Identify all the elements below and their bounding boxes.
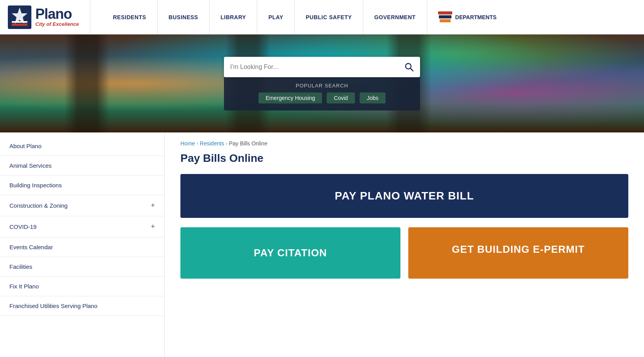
nav-play[interactable]: PLAY — [257, 0, 295, 34]
breadcrumb-current: Pay Bills Online — [229, 140, 267, 147]
site-header: Plano City of Excellence RESIDENTS BUSIN… — [0, 0, 644, 34]
sidebar-item-facilities[interactable]: Facilities — [0, 257, 164, 277]
construction-zoning-expand-icon: + — [151, 201, 155, 210]
sidebar-item-building-inspections[interactable]: Building Inspections — [0, 176, 164, 195]
breadcrumb-sep-2: › — [226, 141, 227, 146]
bottom-cards: PAY CITATION GET BUILDING E-PERMIT — [180, 227, 628, 279]
search-button[interactable] — [404, 62, 414, 72]
nav-residents[interactable]: RESIDENTS — [102, 0, 158, 34]
tag-covid[interactable]: Covid — [327, 92, 355, 103]
sidebar-item-about-plano[interactable]: About Plano — [0, 136, 164, 156]
sidebar-item-events-calendar[interactable]: Events Calendar — [0, 237, 164, 257]
nav-government[interactable]: GOVERNMENT — [363, 0, 427, 34]
svg-rect-2 — [12, 24, 27, 26]
permit-card[interactable]: GET BUILDING E-PERMIT — [408, 227, 628, 279]
search-container: POPULAR SEARCH Emergency Housing Covid J… — [224, 57, 420, 111]
city-name: Plano — [35, 7, 79, 21]
popular-search-label: POPULAR SEARCH — [232, 83, 412, 89]
nav-library[interactable]: LIBRARY — [209, 0, 257, 34]
search-box — [224, 57, 420, 77]
logo[interactable]: Plano City of Excellence — [8, 0, 90, 34]
main-nav: RESIDENTS BUSINESS LIBRARY PLAY PUBLIC S… — [102, 0, 636, 34]
nav-public-safety[interactable]: PUBLIC SAFETY — [295, 0, 363, 34]
nav-departments[interactable]: DEPARTMENTS — [427, 11, 497, 23]
svg-rect-4 — [438, 11, 452, 14]
city-tagline: City of Excellence — [35, 21, 79, 27]
main-content: About Plano Animal Services Building Ins… — [0, 132, 644, 357]
citation-card[interactable]: PAY CITATION — [180, 227, 400, 279]
water-bill-card[interactable]: PAY PLANO WATER BILL — [180, 174, 628, 218]
breadcrumb-sep-1: › — [196, 141, 198, 146]
search-icon — [404, 62, 414, 72]
svg-line-8 — [411, 68, 413, 71]
covid19-expand-icon: + — [151, 223, 155, 231]
tag-jobs[interactable]: Jobs — [360, 92, 386, 103]
tag-emergency-housing[interactable]: Emergency Housing — [258, 92, 322, 103]
breadcrumb-home[interactable]: Home — [180, 140, 195, 147]
search-input[interactable] — [230, 63, 404, 71]
page-title: Pay Bills Online — [180, 152, 628, 165]
breadcrumb: Home › Residents › Pay Bills Online — [180, 140, 628, 147]
svg-rect-5 — [439, 15, 451, 18]
hero-section: POPULAR SEARCH Emergency Housing Covid J… — [0, 34, 644, 132]
sidebar-item-covid19[interactable]: COVID-19 + — [0, 216, 164, 237]
sidebar-item-fix-it-plano[interactable]: Fix It Plano — [0, 277, 164, 296]
sidebar-item-franchised-utilities[interactable]: Franchised Utilities Serving Plano — [0, 296, 164, 316]
page-content-area: Home › Residents › Pay Bills Online Pay … — [165, 132, 644, 357]
departments-icon — [438, 11, 452, 23]
popular-tags: Emergency Housing Covid Jobs — [232, 92, 412, 103]
breadcrumb-residents[interactable]: Residents — [200, 140, 224, 147]
popular-search-panel: POPULAR SEARCH Emergency Housing Covid J… — [224, 77, 420, 111]
svg-rect-3 — [12, 21, 27, 23]
sidebar-item-construction-zoning[interactable]: Construction & Zoning + — [0, 195, 164, 216]
sidebar-item-animal-services[interactable]: Animal Services — [0, 156, 164, 176]
svg-rect-6 — [440, 19, 451, 22]
departments-label: DEPARTMENTS — [455, 14, 497, 20]
nav-business[interactable]: BUSINESS — [158, 0, 210, 34]
sidebar: About Plano Animal Services Building Ins… — [0, 132, 165, 357]
plano-logo-icon — [8, 5, 31, 29]
